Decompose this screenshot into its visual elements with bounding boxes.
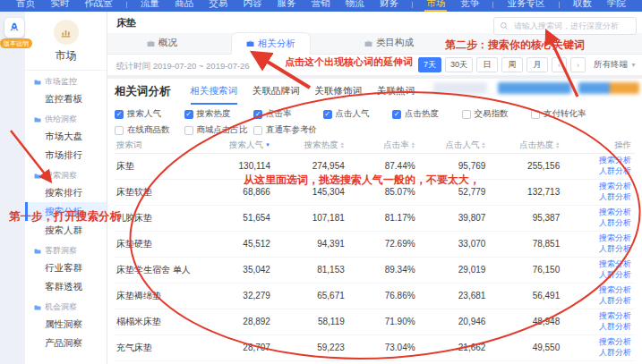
nav-item-academy[interactable]: 学院 (605, 0, 628, 12)
sidebar-item-market-ranking[interactable]: 市场排行 (25, 146, 107, 165)
nav-item-warroom[interactable]: 作战室 (82, 0, 115, 12)
nav-item-content[interactable]: 内容 (241, 0, 263, 12)
keyword-cell: 床垫软垫 (115, 179, 216, 205)
sidebar-group-customer-insight: 客群洞察 (25, 240, 107, 258)
sort-toggle-icon[interactable]: ▲▼ (481, 141, 485, 148)
table-row: 榻榻米床垫 28,892 58,119 71.90% 20,946 48,948… (115, 309, 635, 334)
nav-item-traffic[interactable]: 流量 (139, 0, 161, 12)
market-app-icon (54, 20, 79, 45)
range-week-button[interactable]: 周 (501, 57, 523, 72)
col-click-heat: 点击热度▲▼ (500, 138, 574, 153)
app-window: 首页 实时 作战室 流量 商品 交易 内容 服务 营销 物流 财务 市场 竞争 … (0, 0, 642, 364)
related-words-table: 搜索词 搜索人气▼ 搜索热度▲▼ 点击率▲▼ 点击人气▲▼ 点击热度▲▼ 操作 … (115, 138, 635, 361)
crowd-analysis-link[interactable]: 人群分析 (599, 244, 631, 254)
search-analysis-link[interactable]: 搜索分析 (599, 182, 631, 191)
filter-online-items[interactable]: 在线商品数 (115, 124, 184, 136)
sidebar-item-product-insight[interactable]: 产品洞察 (25, 334, 107, 352)
sort-toggle-icon[interactable]: ▲▼ (555, 141, 560, 148)
nav-item-bizzone[interactable]: 业务专区 (506, 0, 547, 12)
nav-item-data-fetch[interactable]: 取数 (571, 0, 594, 12)
crowd-analysis-link[interactable]: 人群分析 (599, 270, 631, 280)
nav-item-service[interactable]: 服务 (276, 0, 298, 12)
sort-desc-icon[interactable]: ▼ (265, 142, 270, 148)
keyword-cell: 床垫硬垫 (115, 231, 216, 257)
range-day-button[interactable]: 日 (476, 57, 498, 72)
sidebar-item-search-ranking[interactable]: 搜索排行 (25, 183, 107, 202)
filter-search-heat[interactable]: ✓搜索热度 (184, 108, 254, 120)
filter-click-rate[interactable]: ✓点击率 (253, 108, 323, 120)
prev-period-button[interactable]: ‹ (552, 57, 567, 72)
crowd-analysis-link[interactable]: 人群分析 (599, 348, 631, 358)
nav-item-trade[interactable]: 交易 (207, 0, 229, 12)
col-click-rate: 点击率▲▼ (359, 138, 430, 153)
checkbox-unchecked-icon (253, 126, 262, 135)
search-analysis-link[interactable]: 搜索分析 (599, 285, 631, 295)
blurred-legend-chip (578, 82, 639, 94)
nav-item-finance[interactable]: 财务 (378, 0, 400, 12)
keyword-cell: 乳胶床垫 (115, 205, 216, 231)
nav-divider (492, 2, 493, 8)
nav-item-marketing[interactable]: 营销 (310, 0, 332, 12)
search-input[interactable] (512, 21, 630, 31)
checkbox-checked-icon: ✓ (253, 110, 262, 119)
filter-click-popularity[interactable]: ✓点击人气 (323, 108, 393, 120)
next-period-button[interactable]: › (570, 57, 586, 72)
terminal-dropdown[interactable]: 所有终端 ▼ (594, 59, 637, 71)
sidebar-item-customer-perspective[interactable]: 客群透视 (25, 277, 107, 296)
keyword-search-box (493, 17, 637, 35)
date-range-controls: 7天 30天 日 周 月 ‹ › 所有终端 ▼ (418, 57, 637, 72)
range-30d-button[interactable]: 30天 (445, 57, 473, 72)
filter-mall-click-share[interactable]: 商城点击占比 (184, 124, 254, 136)
tab-category-composition[interactable]: 类目构成 (350, 32, 428, 54)
range-7d-button[interactable]: 7天 (418, 57, 441, 72)
keyword-cell: 床垫学生宿舍 单人 (115, 257, 216, 283)
tab-related-analysis[interactable]: 相关分析 (231, 32, 311, 55)
sidebar-item-industry-customers[interactable]: 行业客群 (25, 258, 107, 277)
keyword-cell: 榻榻米床垫 (115, 309, 216, 334)
crowd-analysis-link[interactable]: 人群分析 (599, 218, 631, 228)
nav-item-market[interactable]: 市场 (424, 0, 447, 12)
range-month-button[interactable]: 月 (526, 57, 548, 72)
sort-toggle-icon[interactable]: ▲▼ (411, 141, 415, 148)
ptab-brand-words[interactable]: 关联品牌词 (253, 85, 300, 105)
ptab-related-search-words[interactable]: 相关搜索词 (191, 85, 238, 105)
nav-item-home[interactable]: 首页 (14, 0, 37, 12)
sidebar-item-monitor-board[interactable]: 监控看板 (25, 89, 107, 108)
filter-pay-conversion[interactable]: 支付转化率 (531, 108, 601, 120)
sort-toggle-icon[interactable]: ▲▼ (340, 141, 345, 148)
search-analysis-link[interactable]: 搜索分析 (599, 207, 631, 217)
crowd-analysis-link[interactable]: 人群分析 (599, 322, 631, 332)
table-row: 乳胶床垫 51,654 107,181 81.17% 39,807 95,387… (115, 205, 635, 231)
filter-click-heat[interactable]: ✓点击热度 (392, 108, 462, 120)
panel-title: 相关词分析 (115, 84, 171, 99)
search-analysis-link[interactable]: 搜索分析 (599, 156, 631, 165)
nav-item-goods[interactable]: 商品 (173, 0, 195, 12)
search-analysis-link[interactable]: 搜索分析 (599, 233, 631, 243)
table-row: 充气床垫 28,707 59,223 73.04% 21,662 49,550 … (115, 334, 635, 360)
crowd-analysis-link[interactable]: 人群分析 (599, 296, 631, 306)
checkbox-unchecked-icon (531, 110, 540, 119)
search-analysis-link[interactable]: 搜索分析 (599, 311, 631, 321)
table-row: 床垫学生宿舍 单人 35,042 81,153 89.34% 29,019 76… (115, 257, 635, 283)
crowd-analysis-link[interactable]: 人群分析 (599, 166, 631, 176)
sidebar-item-attribute-insight[interactable]: 属性洞察 (25, 315, 107, 334)
nav-item-logistics[interactable]: 物流 (344, 0, 366, 12)
rocket-icon[interactable] (4, 18, 24, 38)
nav-item-realtime[interactable]: 实时 (48, 0, 71, 12)
sidebar-group-search-insight: 搜索洞察 (25, 165, 107, 183)
keyword-cell: 床垫 (115, 153, 216, 179)
ptab-modifier-words[interactable]: 关联修饰词 (315, 85, 363, 105)
tab-overview[interactable]: 概况 (133, 32, 192, 54)
search-analysis-link[interactable]: 搜索分析 (599, 259, 631, 269)
sidebar-item-market-overview[interactable]: 市场大盘 (25, 127, 107, 146)
nav-item-competition[interactable]: 竞争 (458, 0, 481, 12)
ptab-hot-words[interactable]: 关联热词 (377, 85, 415, 105)
search-analysis-link[interactable]: 搜索分析 (599, 337, 631, 347)
filter-trade-index[interactable]: 交易指数 (462, 108, 532, 120)
checkbox-checked-icon: ✓ (323, 110, 332, 119)
filter-search-popularity[interactable]: ✓搜索人气 (115, 108, 184, 120)
panel-tabs: 相关搜索词 关联品牌词 关联修饰词 关联热词 (191, 85, 415, 105)
filter-ztc-ref-price[interactable]: 直通车参考价 (253, 124, 323, 136)
crowd-analysis-link[interactable]: 人群分析 (599, 192, 631, 202)
blurred-legend-chip (433, 82, 487, 94)
